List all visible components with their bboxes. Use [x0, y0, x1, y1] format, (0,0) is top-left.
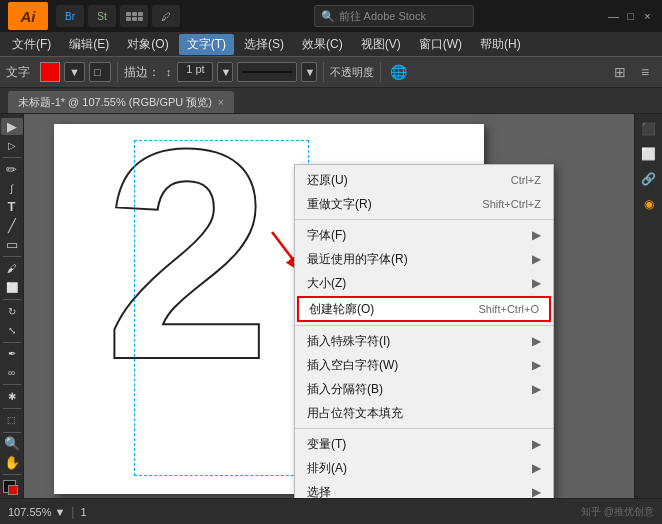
panel-layers-icon[interactable]: ⬛ [638, 118, 660, 140]
document-tab[interactable]: 未标题-1* @ 107.55% (RGB/GPU 预览) × [8, 91, 234, 113]
ctx-insert-break-label: 插入分隔符(B) [307, 381, 383, 398]
ctx-insert-special[interactable]: 插入特殊字符(I) ▶ [295, 329, 553, 353]
tool-blend[interactable]: ∞ [1, 364, 23, 381]
tab-title: 未标题-1* @ 107.55% (RGB/GPU 预览) [18, 95, 212, 110]
tool-separator-1 [3, 157, 21, 158]
ctx-undo[interactable]: 还原(U) Ctrl+Z [295, 168, 553, 192]
ctx-arrange-arrow: ▶ [532, 461, 541, 475]
menu-object[interactable]: 对象(O) [119, 34, 176, 55]
ctx-font[interactable]: 字体(F) ▶ [295, 223, 553, 247]
tool-pen[interactable]: ✏ [1, 161, 23, 178]
panel-artboards-icon[interactable]: ⬜ [638, 143, 660, 165]
menu-file[interactable]: 文件(F) [4, 34, 59, 55]
ctx-variable[interactable]: 变量(T) ▶ [295, 432, 553, 456]
tool-symbol[interactable]: ✱ [1, 388, 23, 405]
ctx-size-arrow: ▶ [532, 276, 541, 290]
options-toolbar: 文字 ▼ □ 描边： ↕ 1 pt ▼ ▼ 不透明度 🌐 ⊞ ≡ [0, 56, 662, 88]
menu-edit[interactable]: 编辑(E) [61, 34, 117, 55]
title-bar: Ai Br St 🖊 🔍 前往 Adobe Stock — □ × [0, 0, 662, 32]
zoom-dropdown-arrow[interactable]: ▼ [54, 506, 65, 518]
stock-icon[interactable]: St [88, 5, 116, 27]
tool-label: 文字 [6, 64, 36, 81]
menu-text[interactable]: 文字(T) [179, 34, 234, 55]
ctx-create-outlines-label: 创建轮廓(O) [309, 301, 374, 318]
tool-zoom[interactable]: 🔍 [1, 435, 23, 452]
stroke-width-input[interactable]: 1 pt [177, 62, 213, 82]
zoom-level[interactable]: 107.55% ▼ [8, 506, 65, 518]
tool-line[interactable]: ╱ [1, 217, 23, 234]
ctx-create-outlines-shortcut: Shift+Ctrl+O [478, 303, 539, 315]
minimize-button[interactable]: — [607, 10, 620, 23]
main-area: ▶ ▷ ✏ ∫ T ╱ ▭ 🖌 ⬜ ↻ ⤡ ✒ ∞ ✱ ⬚ 🔍 ✋ 2 [0, 114, 662, 498]
app-logo: Ai [8, 2, 48, 30]
ctx-arrange-label: 排列(A) [307, 460, 347, 477]
toolbar-separator-3 [380, 62, 381, 82]
window-controls: — □ × [607, 10, 654, 23]
panel-cc-libraries-icon[interactable]: ◉ [638, 193, 660, 215]
ctx-redo-shortcut: Shift+Ctrl+Z [482, 198, 541, 210]
ctx-recent-font[interactable]: 最近使用的字体(R) ▶ [295, 247, 553, 271]
panels-icon[interactable]: ⊞ [609, 61, 631, 83]
bridge-icon[interactable]: Br [56, 5, 84, 27]
artboard-number: 1 [80, 506, 86, 518]
tool-direct-select[interactable]: ▷ [1, 137, 23, 154]
maximize-button[interactable]: □ [624, 10, 637, 23]
ctx-sep-2 [295, 325, 553, 326]
tool-rect[interactable]: ▭ [1, 236, 23, 253]
ctx-insert-whitespace[interactable]: 插入空白字符(W) ▶ [295, 353, 553, 377]
tool-separator-7 [3, 432, 21, 433]
fill-color[interactable] [40, 62, 60, 82]
panel-links-icon[interactable]: 🔗 [638, 168, 660, 190]
text-object-2[interactable]: 2 [104, 124, 271, 404]
zoom-value: 107.55% [8, 506, 51, 518]
ctx-placeholder-label: 用占位符文本填充 [307, 405, 403, 422]
ctx-recent-font-arrow: ▶ [532, 252, 541, 266]
stroke-line-dropdown[interactable]: ▼ [301, 62, 317, 82]
ctx-select[interactable]: 选择 ▶ [295, 480, 553, 498]
ctx-placeholder[interactable]: 用占位符文本填充 [295, 401, 553, 425]
stroke-line-selector[interactable] [237, 62, 297, 82]
arrange-icon[interactable]: ≡ [634, 61, 656, 83]
arrange-icon[interactable]: 🖊 [152, 5, 180, 27]
tool-artboard[interactable]: ⬚ [1, 412, 23, 429]
tool-scale[interactable]: ⤡ [1, 322, 23, 339]
menu-effect[interactable]: 效果(C) [294, 34, 351, 55]
tool-select[interactable]: ▶ [1, 118, 23, 135]
ctx-size[interactable]: 大小(Z) ▶ [295, 271, 553, 295]
globe-icon: 🌐 [387, 61, 409, 83]
tool-type[interactable]: T [1, 199, 23, 216]
stroke-box[interactable]: □ [89, 62, 111, 82]
toolbar-separator-2 [323, 62, 324, 82]
ctx-variable-arrow: ▶ [532, 437, 541, 451]
tool-curve[interactable]: ∫ [1, 180, 23, 197]
tab-close-button[interactable]: × [218, 97, 224, 108]
workspace-grid-icon[interactable] [120, 5, 148, 27]
tool-eyedropper[interactable]: ✒ [1, 345, 23, 362]
menu-view[interactable]: 视图(V) [353, 34, 409, 55]
ctx-font-arrow: ▶ [532, 228, 541, 242]
watermark-text: 知乎 @推优创意 [581, 505, 654, 519]
tool-separator-3 [3, 299, 21, 300]
menu-help[interactable]: 帮助(H) [472, 34, 529, 55]
menu-select[interactable]: 选择(S) [236, 34, 292, 55]
ctx-arrange[interactable]: 排列(A) ▶ [295, 456, 553, 480]
ctx-insert-break-arrow: ▶ [532, 382, 541, 396]
ctx-create-outlines[interactable]: 创建轮廓(O) Shift+Ctrl+O [297, 296, 551, 322]
tool-rotate[interactable]: ↻ [1, 303, 23, 320]
fill-dropdown[interactable]: ▼ [64, 62, 85, 82]
ctx-variable-label: 变量(T) [307, 436, 346, 453]
tool-paint[interactable]: 🖌 [1, 260, 23, 277]
ctx-insert-break[interactable]: 插入分隔符(B) ▶ [295, 377, 553, 401]
canvas-area[interactable]: 2 还原(U) Ctrl+Z 重做文字(R) Shift+Ctrl+Z 字体(F… [24, 114, 634, 498]
right-panels: ⬛ ⬜ 🔗 ◉ [634, 114, 662, 498]
tool-eraser[interactable]: ⬜ [1, 279, 23, 296]
search-icon: 🔍 [321, 10, 335, 23]
color-indicators[interactable] [3, 480, 21, 494]
close-button[interactable]: × [641, 10, 654, 23]
tool-hand[interactable]: ✋ [1, 454, 23, 471]
context-menu: 还原(U) Ctrl+Z 重做文字(R) Shift+Ctrl+Z 字体(F) … [294, 164, 554, 498]
adobe-stock-search[interactable]: 🔍 前往 Adobe Stock [314, 5, 474, 27]
ctx-redo[interactable]: 重做文字(R) Shift+Ctrl+Z [295, 192, 553, 216]
stroke-width-dropdown[interactable]: ▼ [217, 62, 233, 82]
menu-window[interactable]: 窗口(W) [411, 34, 470, 55]
